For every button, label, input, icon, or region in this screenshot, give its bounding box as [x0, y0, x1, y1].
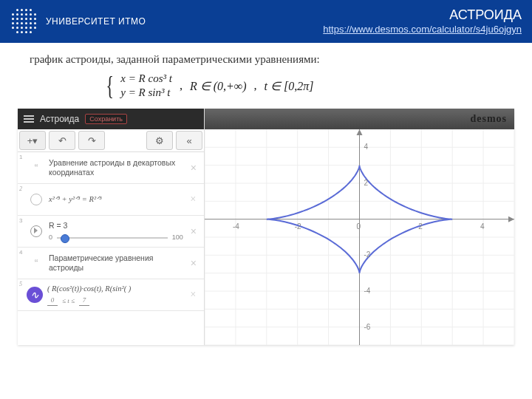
settings-button[interactable]: ⚙ [146, 131, 173, 150]
desmos-logo: desmos [205, 109, 514, 129]
note-icon: “ [28, 162, 44, 174]
y-tick: 4 [364, 143, 369, 151]
t-range[interactable]: 0≤ t ≤7 [47, 296, 183, 305]
expression-row[interactable]: 1“Уравнение астроиды в декартовых коорди… [18, 152, 204, 184]
x-tick: 0 [357, 222, 361, 231]
header-right: АСТРОИДА https://www.desmos.com/calculat… [323, 7, 522, 36]
brace-icon: { [106, 70, 113, 101]
delete-row-button[interactable]: × [188, 225, 200, 237]
y-tick: 2 [364, 179, 369, 187]
x-tick: -2 [295, 222, 301, 231]
expression-body[interactable]: Параметрические уравнения астроиды [44, 253, 188, 273]
domain-R: R ∈ (0,+∞) [190, 79, 247, 93]
delete-row-button[interactable]: × [187, 194, 200, 205]
redo-button[interactable]: ↷ [78, 131, 105, 150]
x-tick: 2 [418, 222, 423, 231]
add-expression-button[interactable]: +▾ [19, 131, 46, 150]
brand: УНИВЕРСИТЕТ ИТМО [10, 7, 146, 35]
graph-title: Астроида [40, 114, 79, 124]
slider[interactable]: 0100 [49, 233, 183, 242]
expression-row[interactable]: 3R = 30100× [18, 216, 204, 248]
play-icon [28, 225, 44, 237]
y-tick: -4 [364, 287, 371, 295]
formula-y: y = R sin³ t [120, 86, 172, 99]
source-link[interactable]: https://www.desmos.com/calculator/s4ju6o… [323, 24, 522, 35]
expression-row[interactable]: 4“Параметрические уравнения астроиды× [18, 248, 204, 279]
x-tick: 4 [480, 222, 485, 231]
expression-body[interactable]: Уравнение астроиды в декартовых координа… [44, 158, 188, 177]
y-tick: -6 [364, 323, 371, 331]
menu-icon[interactable] [24, 115, 34, 123]
delete-row-button[interactable]: × [187, 289, 200, 301]
expression-body[interactable]: R = 30100 [44, 221, 188, 242]
sidebar-topbar: Астроида Сохранить [18, 109, 204, 129]
expression-body[interactable]: x²ᐟ³ + y²ᐟ³ = R²ᐟ³ [44, 194, 187, 204]
delete-row-button[interactable]: × [188, 257, 200, 269]
domain-t: t ∈ [0,2π] [265, 79, 314, 93]
parametric-formula: { x = R cos³ t y = R sin³ t , R ∈ (0,+∞)… [103, 70, 532, 101]
slide-title: АСТРОИДА [323, 7, 522, 24]
expression-sidebar: Астроида Сохранить +▾ ↶ ↷ ⚙ « 1“Уравнени… [18, 109, 205, 345]
save-button[interactable]: Сохранить [85, 114, 127, 124]
svg-marker-27 [357, 129, 363, 135]
plot-area[interactable]: -4-2024-6-4-224 [205, 129, 514, 345]
expression-row[interactable]: 5∿( R(cos²(t))·cos(t), R(sin²( )0≤ t ≤7× [18, 279, 204, 311]
slide-header: УНИВЕРСИТЕТ ИТМО АСТРОИДА https://www.de… [0, 0, 532, 43]
delete-row-button[interactable]: × [188, 162, 200, 174]
svg-marker-26 [508, 216, 514, 222]
x-tick: -4 [233, 222, 239, 231]
description-text: график астроиды, заданной параметрически… [30, 53, 519, 66]
collapse-button[interactable]: « [176, 131, 202, 150]
expression-list: 1“Уравнение астроиды в декартовых коорди… [18, 152, 204, 345]
toggle-circle-icon [28, 194, 44, 205]
undo-button[interactable]: ↶ [49, 131, 75, 150]
expression-row[interactable]: 2x²ᐟ³ + y²ᐟ³ = R²ᐟ³× [18, 184, 204, 216]
parametric-icon: ∿ [27, 287, 43, 303]
desmos-screenshot: Астроида Сохранить +▾ ↶ ↷ ⚙ « 1“Уравнени… [18, 109, 514, 345]
brand-name: УНИВЕРСИТЕТ ИТМО [46, 16, 146, 27]
formula-x: x = R cos³ t [120, 72, 172, 85]
note-icon: “ [28, 257, 44, 269]
graph-panel[interactable]: desmos -4-2024-6-4-224 [205, 109, 514, 345]
brand-logo-icon [10, 7, 38, 35]
expression-body[interactable]: ( R(cos²(t))·cos(t), R(sin²( )0≤ t ≤7 [43, 284, 187, 305]
y-tick: -2 [364, 250, 371, 259]
sidebar-toolbar: +▾ ↶ ↷ ⚙ « [18, 129, 204, 152]
